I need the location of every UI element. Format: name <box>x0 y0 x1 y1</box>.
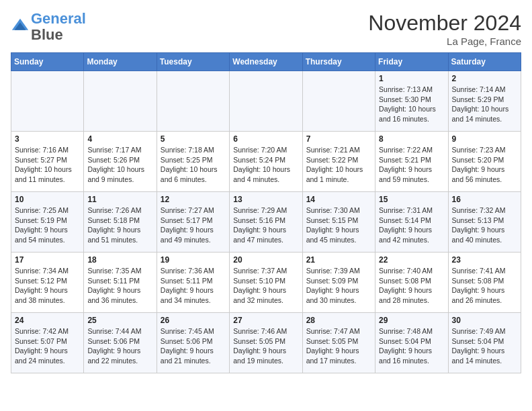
day-info: Sunrise: 7:26 AM Sunset: 5:18 PM Dayligh… <box>87 205 152 245</box>
day-info: Sunrise: 7:16 AM Sunset: 5:27 PM Dayligh… <box>15 145 80 185</box>
location: La Page, France <box>368 36 521 47</box>
day-number: 15 <box>379 195 444 204</box>
day-number: 13 <box>233 195 298 204</box>
day-number: 28 <box>306 316 371 325</box>
day-number: 6 <box>233 134 298 144</box>
calendar-cell <box>302 71 375 132</box>
day-number: 24 <box>15 316 80 325</box>
calendar-cell: 3Sunrise: 7:16 AM Sunset: 5:27 PM Daylig… <box>11 132 84 192</box>
day-info: Sunrise: 7:49 AM Sunset: 5:04 PM Dayligh… <box>452 326 517 366</box>
calendar-cell: 7Sunrise: 7:21 AM Sunset: 5:22 PM Daylig… <box>302 132 375 192</box>
calendar-cell: 18Sunrise: 7:35 AM Sunset: 5:11 PM Dayli… <box>84 253 157 313</box>
day-info: Sunrise: 7:25 AM Sunset: 5:19 PM Dayligh… <box>15 205 80 245</box>
day-number: 4 <box>87 134 152 144</box>
day-info: Sunrise: 7:30 AM Sunset: 5:15 PM Dayligh… <box>306 205 371 245</box>
day-number: 11 <box>87 195 152 204</box>
calendar-cell: 1Sunrise: 7:13 AM Sunset: 5:30 PM Daylig… <box>375 71 448 132</box>
day-info: Sunrise: 7:17 AM Sunset: 5:26 PM Dayligh… <box>87 145 152 185</box>
calendar-cell: 8Sunrise: 7:22 AM Sunset: 5:21 PM Daylig… <box>375 132 448 192</box>
calendar-cell: 9Sunrise: 7:23 AM Sunset: 5:20 PM Daylig… <box>448 132 521 192</box>
calendar-week-row: 10Sunrise: 7:25 AM Sunset: 5:19 PM Dayli… <box>11 192 521 253</box>
day-info: Sunrise: 7:34 AM Sunset: 5:12 PM Dayligh… <box>15 266 80 306</box>
day-number: 9 <box>452 134 517 144</box>
calendar-cell: 28Sunrise: 7:47 AM Sunset: 5:05 PM Dayli… <box>302 313 375 373</box>
weekday-header: Monday <box>84 53 157 71</box>
weekday-header: Wednesday <box>230 53 302 71</box>
day-number: 17 <box>15 255 80 265</box>
calendar-cell: 15Sunrise: 7:31 AM Sunset: 5:14 PM Dayli… <box>375 192 448 253</box>
day-info: Sunrise: 7:46 AM Sunset: 5:05 PM Dayligh… <box>233 326 298 366</box>
calendar-cell: 29Sunrise: 7:48 AM Sunset: 5:04 PM Dayli… <box>375 313 448 373</box>
page-header: GeneralBlue November 2024 La Page, Franc… <box>11 11 521 47</box>
calendar-cell: 4Sunrise: 7:17 AM Sunset: 5:26 PM Daylig… <box>84 132 157 192</box>
calendar-cell: 11Sunrise: 7:26 AM Sunset: 5:18 PM Dayli… <box>84 192 157 253</box>
calendar-cell: 17Sunrise: 7:34 AM Sunset: 5:12 PM Dayli… <box>11 253 84 313</box>
calendar-week-row: 17Sunrise: 7:34 AM Sunset: 5:12 PM Dayli… <box>11 253 521 313</box>
calendar-week-row: 1Sunrise: 7:13 AM Sunset: 5:30 PM Daylig… <box>11 71 521 132</box>
calendar-cell: 22Sunrise: 7:40 AM Sunset: 5:08 PM Dayli… <box>375 253 448 313</box>
day-number: 7 <box>306 134 371 144</box>
weekday-header: Thursday <box>302 53 375 71</box>
day-info: Sunrise: 7:35 AM Sunset: 5:11 PM Dayligh… <box>87 266 152 306</box>
calendar-cell: 20Sunrise: 7:37 AM Sunset: 5:10 PM Dayli… <box>230 253 302 313</box>
day-info: Sunrise: 7:29 AM Sunset: 5:16 PM Dayligh… <box>233 205 298 245</box>
day-number: 16 <box>452 195 517 204</box>
calendar-cell: 5Sunrise: 7:18 AM Sunset: 5:25 PM Daylig… <box>157 132 229 192</box>
day-info: Sunrise: 7:22 AM Sunset: 5:21 PM Dayligh… <box>379 145 444 185</box>
day-info: Sunrise: 7:27 AM Sunset: 5:17 PM Dayligh… <box>161 205 226 245</box>
day-number: 19 <box>161 255 226 265</box>
calendar-cell: 12Sunrise: 7:27 AM Sunset: 5:17 PM Dayli… <box>157 192 229 253</box>
calendar-cell <box>11 71 84 132</box>
day-info: Sunrise: 7:13 AM Sunset: 5:30 PM Dayligh… <box>379 85 444 124</box>
day-info: Sunrise: 7:48 AM Sunset: 5:04 PM Dayligh… <box>379 326 444 366</box>
month-title: November 2024 <box>368 11 521 36</box>
logo-text: GeneralBlue <box>31 11 86 43</box>
day-number: 29 <box>379 316 444 325</box>
day-number: 22 <box>379 255 444 265</box>
day-info: Sunrise: 7:31 AM Sunset: 5:14 PM Dayligh… <box>379 205 444 245</box>
day-number: 3 <box>15 134 80 144</box>
weekday-header: Friday <box>375 53 448 71</box>
day-info: Sunrise: 7:45 AM Sunset: 5:06 PM Dayligh… <box>161 326 226 366</box>
day-info: Sunrise: 7:20 AM Sunset: 5:24 PM Dayligh… <box>233 145 298 185</box>
calendar-cell: 16Sunrise: 7:32 AM Sunset: 5:13 PM Dayli… <box>448 192 521 253</box>
day-number: 1 <box>379 74 444 83</box>
calendar-cell: 10Sunrise: 7:25 AM Sunset: 5:19 PM Dayli… <box>11 192 84 253</box>
calendar-cell <box>157 71 229 132</box>
day-number: 14 <box>306 195 371 204</box>
calendar-cell: 25Sunrise: 7:44 AM Sunset: 5:06 PM Dayli… <box>84 313 157 373</box>
day-number: 23 <box>452 255 517 265</box>
day-info: Sunrise: 7:21 AM Sunset: 5:22 PM Dayligh… <box>306 145 371 185</box>
calendar-cell: 6Sunrise: 7:20 AM Sunset: 5:24 PM Daylig… <box>230 132 302 192</box>
day-number: 12 <box>161 195 226 204</box>
day-number: 18 <box>87 255 152 265</box>
calendar-cell: 19Sunrise: 7:36 AM Sunset: 5:11 PM Dayli… <box>157 253 229 313</box>
weekday-header: Tuesday <box>157 53 229 71</box>
calendar-table: SundayMondayTuesdayWednesdayThursdayFrid… <box>11 52 521 373</box>
calendar-week-row: 3Sunrise: 7:16 AM Sunset: 5:27 PM Daylig… <box>11 132 521 192</box>
calendar-cell: 26Sunrise: 7:45 AM Sunset: 5:06 PM Dayli… <box>157 313 229 373</box>
logo-icon <box>11 17 30 36</box>
calendar-header-row: SundayMondayTuesdayWednesdayThursdayFrid… <box>11 53 521 71</box>
logo: GeneralBlue <box>11 11 86 43</box>
day-info: Sunrise: 7:47 AM Sunset: 5:05 PM Dayligh… <box>306 326 371 366</box>
day-info: Sunrise: 7:14 AM Sunset: 5:29 PM Dayligh… <box>452 85 517 124</box>
day-info: Sunrise: 7:23 AM Sunset: 5:20 PM Dayligh… <box>452 145 517 185</box>
calendar-cell: 14Sunrise: 7:30 AM Sunset: 5:15 PM Dayli… <box>302 192 375 253</box>
day-number: 30 <box>452 316 517 325</box>
calendar-cell <box>230 71 302 132</box>
day-info: Sunrise: 7:40 AM Sunset: 5:08 PM Dayligh… <box>379 266 444 306</box>
day-info: Sunrise: 7:37 AM Sunset: 5:10 PM Dayligh… <box>233 266 298 306</box>
day-number: 2 <box>452 74 517 83</box>
day-number: 8 <box>379 134 444 144</box>
day-number: 25 <box>87 316 152 325</box>
day-number: 5 <box>161 134 226 144</box>
day-info: Sunrise: 7:32 AM Sunset: 5:13 PM Dayligh… <box>452 205 517 245</box>
day-info: Sunrise: 7:42 AM Sunset: 5:07 PM Dayligh… <box>15 326 80 366</box>
title-block: November 2024 La Page, France <box>368 11 521 47</box>
calendar-cell: 24Sunrise: 7:42 AM Sunset: 5:07 PM Dayli… <box>11 313 84 373</box>
day-number: 10 <box>15 195 80 204</box>
day-info: Sunrise: 7:36 AM Sunset: 5:11 PM Dayligh… <box>161 266 226 306</box>
weekday-header: Sunday <box>11 53 84 71</box>
calendar-cell: 30Sunrise: 7:49 AM Sunset: 5:04 PM Dayli… <box>448 313 521 373</box>
